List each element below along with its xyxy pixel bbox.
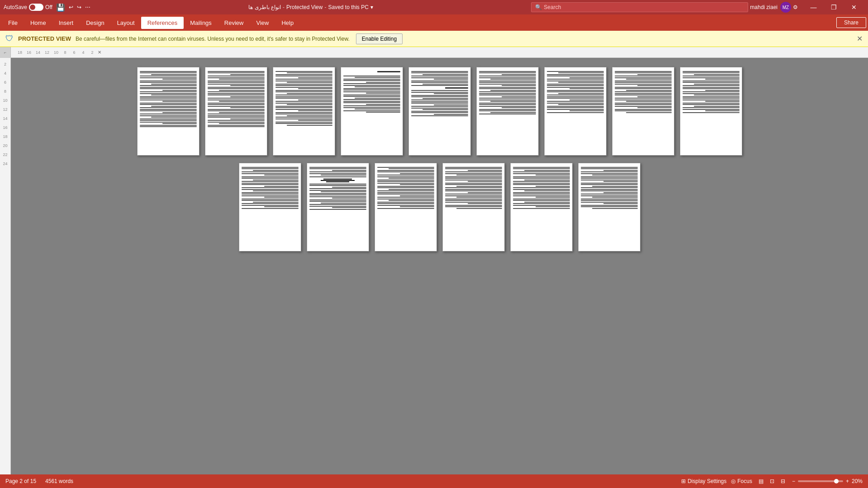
autosave-label: AutoSave [4,4,27,10]
menu-item-view[interactable]: View [250,17,275,29]
redo-icon[interactable]: ↪ [77,4,81,10]
web-layout-view[interactable]: ⊡ [768,477,777,486]
page-thumbnail-12[interactable] [375,163,437,251]
autosave-area: AutoSave Off [4,4,52,11]
zoom-area: − + 20% [792,478,863,484]
doc-separator2: - [324,4,326,10]
page-thumbnail-6[interactable] [476,67,539,156]
page-thumbnail-9[interactable] [680,67,742,156]
document-area[interactable] [11,58,868,474]
page-thumbnail-13[interactable] [442,163,505,251]
titlebar-center: انواع باطری ها - Protected View - Saved … [248,4,373,10]
close-button[interactable]: ✕ [844,0,864,14]
menu-item-mailings[interactable]: Mailings [184,17,218,29]
menu-item-layout[interactable]: Layout [111,17,141,29]
page-content-8 [612,67,674,155]
page-thumbnail-2[interactable] [205,67,267,156]
page-content-15 [579,163,640,251]
share-button[interactable]: Share [836,17,866,28]
ruler-mark: 18 [15,50,24,55]
restore-button[interactable]: ❐ [824,0,844,14]
menu-item-file[interactable]: File [2,17,24,29]
page-thumbnail-11[interactable] [307,163,369,251]
user-info: mahdi ziaei MZ [750,2,791,13]
shield-icon: 🛡 [5,34,14,43]
undo-icon[interactable]: ↩ [69,4,73,10]
ruler-mark: 16 [24,50,33,55]
menu-item-help[interactable]: Help [275,17,300,29]
dropdown-icon[interactable]: ▾ [370,4,373,10]
focus-button[interactable]: ◎ Focus [731,478,752,484]
zoom-out-button[interactable]: − [792,478,795,484]
page-thumbnail-3[interactable] [273,67,335,156]
page-thumbnail-14[interactable] [510,163,573,251]
titlebar-left: AutoSave Off 💾 ↩ ↪ ⋯ [4,3,90,12]
page-content-5 [409,67,470,155]
protected-view-label: PROTECTED VIEW [18,35,71,42]
ruler: ⌐ 18 16 14 12 10 8 6 4 2 ✕ [0,47,868,58]
page-row-2 [24,163,854,251]
settings-icon[interactable]: ⚙ [793,4,798,10]
page-content-6 [477,67,538,155]
protected-view-bar: 🛡 PROTECTED VIEW Be careful—files from t… [0,31,868,47]
zoom-in-button[interactable]: + [846,478,849,484]
customize-icon[interactable]: ⋯ [85,4,90,10]
close-protected-bar-icon[interactable]: ✕ [857,34,863,43]
page-content-12 [375,163,436,251]
page-content-1 [138,67,199,155]
display-settings-button[interactable]: ⊞ Display Settings [681,478,726,484]
page-content-2 [205,67,267,155]
ruler-mark: 8 [61,50,70,55]
menu-item-insert[interactable]: Insert [52,17,80,29]
ruler-corner[interactable]: ⌐ [0,47,11,57]
search-icon: 🔍 [535,4,542,10]
search-box[interactable]: 🔍 [531,2,748,12]
menu-item-review[interactable]: Review [218,17,250,29]
page-content-4 [341,67,403,155]
zoom-thumb [834,479,839,483]
menu-item-home[interactable]: Home [24,17,52,29]
ruler-mark: 6 [70,50,79,55]
page-content-11 [307,163,369,251]
enable-editing-button[interactable]: Enable Editing [356,33,403,44]
read-mode-view[interactable]: ⊟ [778,477,787,486]
search-input[interactable] [544,4,744,10]
page-thumbnail-10[interactable] [239,163,301,251]
page-thumbnail-15[interactable] [578,163,640,251]
print-layout-view[interactable]: ▤ [757,477,766,486]
doc-title: انواع باطری ها [248,4,281,10]
user-name: mahdi ziaei [750,4,778,10]
title-bar: AutoSave Off 💾 ↩ ↪ ⋯ انواع باطری ها - Pr… [0,0,868,14]
ruler-mark: 4 [79,50,88,55]
focus-icon: ◎ [731,478,735,484]
doc-separator: - [283,4,285,10]
vertical-ruler: 2 4 6 8 10 12 14 16 18 20 22 24 [0,58,11,474]
avatar[interactable]: MZ [780,2,791,13]
ruler-close[interactable]: ✕ [98,50,101,55]
display-settings-icon: ⊞ [681,478,686,484]
page-thumbnail-7[interactable] [544,67,607,156]
page-thumbnail-4[interactable] [341,67,403,156]
page-content-13 [443,163,504,251]
user-initials: MZ [783,5,789,10]
toggle-knob [30,5,35,10]
autosave-state: Off [45,4,52,10]
page-content-7 [545,67,606,155]
page-thumbnail-5[interactable] [408,67,471,156]
ruler-marks: 18 16 14 12 10 8 6 4 2 ✕ [15,50,101,55]
minimize-button[interactable]: — [803,0,824,14]
menu-item-references[interactable]: References [141,17,184,29]
page-row-1 [24,67,854,156]
titlebar-right: 🔍 mahdi ziaei MZ ⚙ — ❐ ✕ [531,0,864,14]
save-icon[interactable]: 💾 [56,3,65,12]
autosave-toggle[interactable] [29,4,43,11]
word-count: 4561 words [45,478,73,484]
page-info: Page 2 of 15 [5,478,36,484]
page-thumbnail-8[interactable] [612,67,674,156]
page-thumbnail-1[interactable] [137,67,199,156]
page-content-14 [511,163,572,251]
page-content-3 [273,67,335,155]
menu-item-design[interactable]: Design [80,17,110,29]
ruler-mark: 2 [88,50,97,55]
zoom-slider[interactable] [798,480,843,482]
